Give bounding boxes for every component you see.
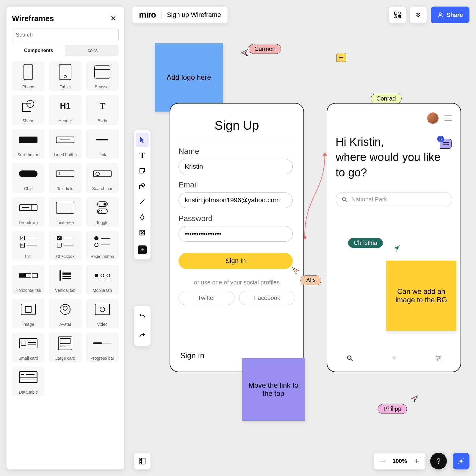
cursor-tag-philipp: Philipp <box>378 404 407 414</box>
tile-chip[interactable]: Chip <box>12 163 45 193</box>
tile-list[interactable]: List <box>12 231 45 261</box>
search-placeholder: National Park <box>351 196 387 203</box>
tile-large-card[interactable]: Large card <box>49 333 82 362</box>
tile-image[interactable]: Image <box>12 299 45 328</box>
tile-vertical-tab[interactable]: Vertical tab <box>49 265 82 295</box>
tile-dropdown[interactable]: Dropdown <box>12 197 45 227</box>
svg-point-20 <box>436 356 437 357</box>
twitter-button[interactable]: Twitter <box>178 291 234 305</box>
cursor-tag-christina: Christina <box>348 238 383 248</box>
tile-shape[interactable]: Shape <box>12 95 45 125</box>
avatar[interactable] <box>427 112 439 124</box>
panel-tabs: Components Icons <box>12 45 119 56</box>
tile-toggle[interactable]: Toggle <box>86 197 119 227</box>
notification-icon[interactable]: 6 <box>440 139 452 149</box>
facebook-button[interactable]: Facebook <box>239 291 295 305</box>
cursor-tag-alix: Alix <box>300 275 321 285</box>
svg-point-22 <box>437 359 438 361</box>
home-frame[interactable]: 6 Hi Kristin, where would you like to go… <box>327 103 461 372</box>
close-icon[interactable]: ✕ <box>108 13 119 24</box>
tile-phone[interactable]: Phone <box>12 61 45 91</box>
ai-assist-button[interactable] <box>453 453 469 469</box>
email-field[interactable] <box>178 192 293 208</box>
name-label: Name <box>178 147 295 156</box>
signin-link[interactable]: Sign In <box>180 351 204 360</box>
tile-lined-button[interactable]: Lined button <box>49 129 82 159</box>
search-bar-icon <box>93 170 112 177</box>
lined-button-icon <box>56 137 74 143</box>
or-divider: or use one of your social profiles <box>178 279 295 286</box>
signup-title: Sign Up <box>178 118 295 138</box>
nav-search-icon[interactable] <box>346 355 353 362</box>
tile-tablet[interactable]: Tablet <box>49 61 82 91</box>
name-field[interactable] <box>178 159 293 174</box>
link-icon <box>96 139 108 140</box>
menu-icon[interactable] <box>444 115 452 121</box>
help-button[interactable]: ? <box>430 453 447 469</box>
tile-label: Body <box>98 118 107 125</box>
comment-icon[interactable] <box>336 53 346 62</box>
tile-text-area[interactable]: Text area <box>49 197 82 227</box>
sticky-note-movelink[interactable]: Move the link to the top <box>242 358 305 421</box>
password-field[interactable] <box>178 226 293 242</box>
solid-button-icon <box>19 137 37 143</box>
tile-body[interactable]: TBody <box>86 95 119 125</box>
tile-label: Solid button <box>17 152 39 159</box>
tab-icons[interactable]: Icons <box>65 45 119 56</box>
tile-solid-button[interactable]: Solid button <box>12 129 45 159</box>
tile-radio-button[interactable]: Radio button <box>86 231 119 261</box>
tile-label: Phone <box>22 84 34 91</box>
zoom-out-button[interactable]: − <box>378 456 387 466</box>
frames-panel-button[interactable] <box>134 453 151 469</box>
tile-label: Horizontal tab <box>15 288 41 295</box>
tile-progress-bar[interactable]: Progress bar <box>86 333 119 362</box>
tile-search-bar[interactable]: Search bar <box>86 163 119 193</box>
tile-label: Lined button <box>54 152 77 159</box>
tile-label: Small card <box>18 356 38 362</box>
svg-point-15 <box>347 356 351 359</box>
sticky-note-bg[interactable]: Can we add an image to the BG <box>386 261 456 331</box>
sticky-text: Can we add an image to the BG <box>392 287 451 304</box>
zoom-in-button[interactable]: + <box>412 456 421 466</box>
horizontal-tab-icon <box>19 273 38 278</box>
text-field-icon <box>56 170 74 177</box>
small-card-icon <box>19 338 37 348</box>
tile-video[interactable]: Video <box>86 299 119 328</box>
tile-label: Header <box>59 118 72 125</box>
tile-text-field[interactable]: Text field <box>49 163 82 193</box>
browser-icon <box>94 65 110 79</box>
zoom-level[interactable]: 100% <box>392 458 407 464</box>
svg-line-14 <box>345 200 347 202</box>
search-field[interactable]: National Park <box>336 192 452 207</box>
sticky-note-logo[interactable]: Add logo here <box>155 43 223 112</box>
tile-link[interactable]: Link <box>86 129 119 159</box>
tile-avatar[interactable]: Avatar <box>49 299 82 328</box>
tile-label: Link <box>98 152 106 159</box>
tile-small-card[interactable]: Small card <box>12 333 45 362</box>
phone-icon <box>24 64 33 80</box>
search-input[interactable] <box>12 29 119 41</box>
tile-label: Search bar <box>92 186 112 193</box>
tile-browser[interactable]: Browser <box>86 61 119 91</box>
tile-checkbox[interactable]: Checkbox <box>49 231 82 261</box>
frames-icon <box>138 457 146 465</box>
svg-point-28 <box>458 463 459 464</box>
greeting-text: Hi Kristin, where would you like to go? <box>336 134 452 180</box>
signup-frame[interactable]: Sign Up Name Email Password Sign In or u… <box>170 103 304 372</box>
tile-horizontal-tab[interactable]: Horizontal tab <box>12 265 45 295</box>
tab-components[interactable]: Components <box>12 45 65 56</box>
svg-point-26 <box>140 462 141 463</box>
tablet-icon <box>59 64 71 80</box>
tile-data-table[interactable]: Data table <box>12 367 45 396</box>
tile-header[interactable]: H1Header <box>49 95 82 125</box>
signin-button[interactable]: Sign In <box>178 253 293 269</box>
image-icon <box>21 304 36 315</box>
vertical-tab-icon <box>60 270 71 281</box>
body-icon: T <box>100 101 105 111</box>
tile-label: Tablet <box>60 84 71 91</box>
svg-point-12 <box>304 236 306 239</box>
tile-mobile-tab[interactable]: Mobile tab <box>86 265 119 295</box>
nav-heart-icon[interactable]: ♥ <box>392 353 396 363</box>
svg-point-27 <box>463 458 464 459</box>
nav-settings-icon[interactable] <box>435 355 441 361</box>
